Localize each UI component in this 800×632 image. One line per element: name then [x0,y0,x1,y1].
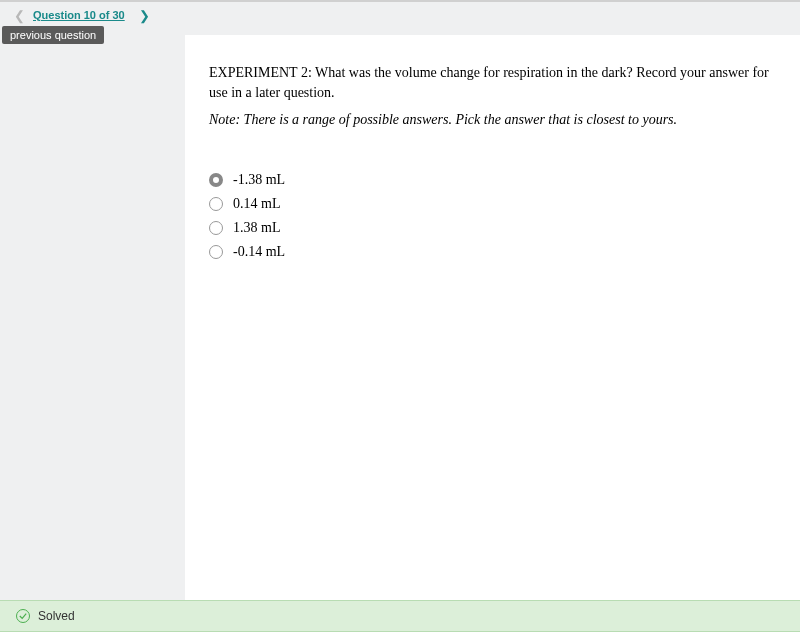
radio-icon [209,221,223,235]
next-question-chevron[interactable]: ❯ [135,8,154,23]
question-counter[interactable]: Question 10 of 30 [33,9,125,21]
option-label: -0.14 mL [233,244,285,260]
question-text: EXPERIMENT 2: What was the volume change… [209,63,776,102]
options-group: -1.38 mL 0.14 mL 1.38 mL -0.14 mL [209,168,776,264]
question-panel: EXPERIMENT 2: What was the volume change… [185,35,800,600]
check-icon [16,609,30,623]
status-footer: Solved [0,600,800,632]
option-row[interactable]: -1.38 mL [209,168,776,192]
option-row[interactable]: -0.14 mL [209,240,776,264]
option-label: 0.14 mL [233,196,280,212]
option-row[interactable]: 1.38 mL [209,216,776,240]
status-text: Solved [38,609,75,623]
radio-icon [209,197,223,211]
prev-question-chevron[interactable]: ❮ [10,8,29,23]
option-label: 1.38 mL [233,220,280,236]
radio-icon [209,173,223,187]
question-note: Note: There is a range of possible answe… [209,112,776,128]
prev-question-tooltip: previous question [2,26,104,44]
option-label: -1.38 mL [233,172,285,188]
option-row[interactable]: 0.14 mL [209,192,776,216]
top-nav-bar: ❮ Question 10 of 30 ❯ previous question [0,0,800,28]
radio-icon [209,245,223,259]
